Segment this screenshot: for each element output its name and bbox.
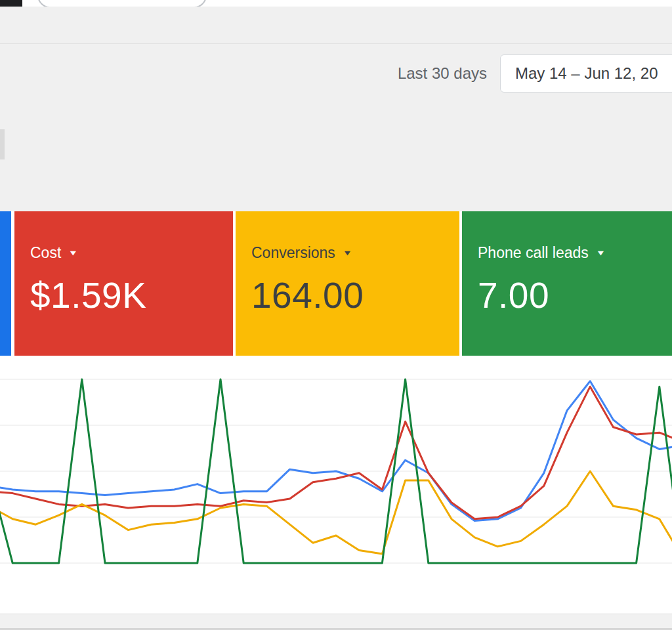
date-range-picker[interactable]: May 14 – Jun 12, 20 (500, 54, 672, 93)
google-ads-overview-screen: Last 30 days May 14 – Jun 12, 20 Cost ▼ … (0, 0, 672, 630)
left-edge-panel-fragment (0, 129, 5, 159)
scorecard-partial-blue (0, 211, 11, 356)
scorecard-cost: Cost ▼ $1.59K (14, 211, 233, 356)
dropdown-arrow-icon: ▼ (596, 249, 606, 257)
cost-metric-label: Cost (30, 244, 61, 262)
date-preset-label[interactable]: Last 30 days (398, 64, 487, 83)
dropdown-arrow-icon: ▼ (68, 249, 78, 257)
performance-chart-area (0, 356, 672, 614)
phone-leads-metric-selector[interactable]: Phone call leads ▼ (478, 244, 672, 262)
conversions-metric-selector[interactable]: Conversions ▼ (251, 244, 459, 262)
cost-metric-selector[interactable]: Cost ▼ (30, 244, 233, 262)
top-left-dark-fragment (0, 0, 22, 7)
dropdown-arrow-icon: ▼ (343, 249, 352, 257)
conversions-metric-value: 164.00 (251, 275, 459, 316)
phone-leads-metric-value: 7.00 (478, 275, 672, 316)
cost-metric-value: $1.59K (30, 275, 233, 316)
date-range-value: May 14 – Jun 12, 20 (515, 64, 658, 82)
series-line-conversions (0, 471, 672, 558)
phone-leads-metric-label: Phone call leads (478, 244, 589, 262)
header-divider (0, 43, 672, 44)
trend-chart (0, 356, 672, 614)
scorecard-phone-call-leads: Phone call leads ▼ 7.00 (462, 211, 672, 356)
header-band (0, 7, 672, 211)
conversions-metric-label: Conversions (251, 244, 335, 262)
scorecard-conversions: Conversions ▼ 164.00 (236, 211, 459, 356)
